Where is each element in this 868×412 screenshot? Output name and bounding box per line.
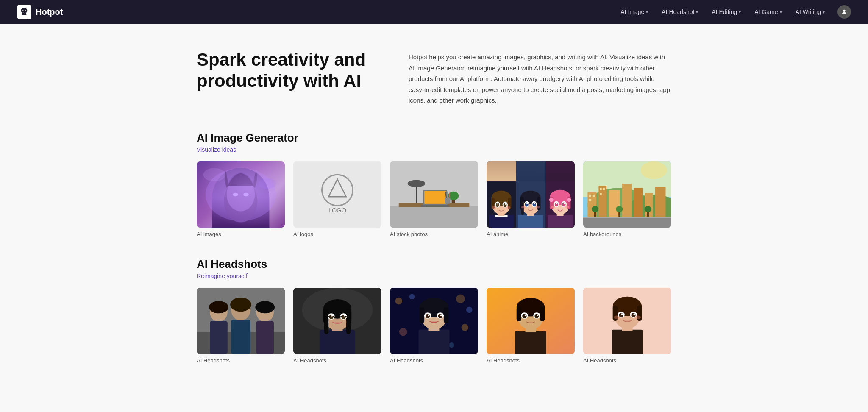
card-image-ai-anime (487, 161, 575, 228)
svg-point-128 (341, 315, 345, 319)
svg-point-1 (25, 10, 26, 11)
svg-point-38 (496, 203, 499, 207)
svg-point-74 (564, 203, 565, 204)
svg-point-102 (645, 206, 652, 212)
svg-point-68 (567, 198, 571, 202)
site-logo[interactable]: Hotpot (17, 5, 63, 19)
svg-point-137 (461, 324, 468, 331)
svg-point-7 (243, 192, 248, 196)
svg-point-132 (395, 297, 402, 304)
svg-point-0 (22, 10, 24, 11)
svg-point-178 (635, 315, 641, 319)
svg-point-136 (399, 328, 407, 336)
svg-point-173 (619, 313, 623, 317)
svg-point-73 (556, 203, 557, 204)
card-ai-stock[interactable]: AI stock photos (390, 161, 478, 237)
card-image-headshot-2 (293, 288, 381, 354)
svg-rect-45 (518, 215, 543, 228)
user-avatar[interactable] (837, 5, 851, 19)
section-subtitle-ai-headshots: Reimagine yourself (197, 273, 671, 279)
card-headshot-4[interactable]: AI Headshots (487, 288, 575, 364)
svg-rect-10 (293, 161, 381, 228)
svg-rect-123 (324, 321, 328, 334)
svg-point-135 (466, 306, 473, 313)
svg-point-177 (614, 315, 620, 319)
card-label-headshot-4: AI Headshots (487, 357, 575, 364)
ai-headshots-section: AI Headshots Reimagine yourself (197, 258, 671, 364)
svg-point-59 (536, 206, 540, 208)
hero-section: Spark creativity and productivity with A… (197, 49, 671, 106)
card-headshot-1[interactable]: AI Headshots (197, 288, 285, 364)
svg-point-72 (562, 202, 565, 206)
svg-rect-109 (231, 319, 250, 354)
chevron-down-icon: ▾ (739, 10, 741, 14)
svg-rect-95 (583, 217, 671, 228)
svg-point-113 (230, 297, 251, 311)
svg-point-57 (534, 203, 535, 204)
card-ai-anime[interactable]: AI anime (487, 161, 575, 237)
card-label-ai-stock: AI stock photos (390, 231, 478, 237)
svg-point-58 (521, 206, 526, 208)
svg-rect-93 (603, 188, 605, 190)
svg-rect-20 (424, 191, 446, 203)
svg-point-114 (255, 301, 275, 313)
site-name: Hotpot (36, 7, 63, 17)
svg-point-43 (506, 206, 511, 209)
nav-ai-game[interactable]: AI Game ▾ (748, 5, 787, 19)
card-image-headshot-4 (487, 288, 575, 354)
svg-rect-139 (419, 329, 450, 354)
card-ai-images[interactable]: AI images (197, 161, 285, 237)
svg-point-71 (554, 202, 558, 206)
svg-point-8 (203, 168, 225, 181)
svg-point-55 (533, 202, 536, 206)
svg-point-3 (206, 168, 276, 221)
svg-rect-21 (421, 205, 450, 206)
svg-rect-24 (445, 198, 450, 204)
svg-text:LOGO: LOGO (328, 206, 346, 213)
main-content: Spark creativity and productivity with A… (180, 24, 688, 401)
svg-rect-143 (420, 307, 424, 323)
chevron-down-icon: ▾ (696, 10, 698, 14)
ai-image-card-grid: AI images LOGO AI logos (197, 161, 671, 237)
svg-rect-124 (346, 321, 351, 334)
svg-rect-91 (589, 199, 591, 201)
svg-point-174 (631, 313, 635, 317)
svg-point-133 (409, 294, 415, 299)
card-label-ai-logos: AI logos (293, 231, 381, 237)
hero-description: Hotpot helps you create amazing images, … (409, 49, 671, 106)
card-ai-backgrounds[interactable]: AI backgrounds (583, 161, 671, 237)
card-image-ai-images (197, 161, 285, 228)
card-label-ai-anime: AI anime (487, 231, 575, 237)
svg-point-148 (438, 314, 442, 318)
card-ai-logos[interactable]: LOGO AI logos (293, 161, 381, 237)
svg-point-163 (537, 314, 539, 316)
svg-point-161 (534, 314, 539, 318)
nav-ai-image[interactable]: AI Image ▾ (615, 5, 654, 19)
card-headshot-2[interactable]: AI Headshots (293, 288, 381, 364)
section-title-ai-image: AI Image Generator (197, 131, 671, 145)
svg-point-134 (456, 294, 465, 303)
ai-headshots-card-grid: AI Headshots (197, 288, 671, 364)
svg-point-6 (233, 192, 238, 196)
nav-ai-editing[interactable]: AI Editing ▾ (706, 5, 747, 19)
section-title-ai-headshots: AI Headshots (197, 258, 671, 271)
svg-point-98 (592, 206, 599, 212)
svg-rect-152 (515, 331, 546, 354)
svg-rect-111 (256, 321, 274, 354)
nav-ai-writing[interactable]: AI Writing ▾ (790, 5, 831, 19)
card-headshot-3[interactable]: AI Headshots (390, 288, 478, 364)
svg-point-56 (527, 203, 528, 204)
svg-point-76 (565, 206, 569, 208)
svg-rect-156 (517, 306, 521, 321)
card-image-headshot-3 (390, 288, 478, 354)
svg-rect-90 (593, 195, 595, 197)
nav-ai-headshot[interactable]: AI Headshot ▾ (656, 5, 704, 19)
chevron-down-icon: ▾ (823, 10, 825, 14)
card-label-headshot-5: AI Headshots (583, 357, 671, 364)
svg-point-176 (634, 313, 635, 315)
navbar: Hotpot AI Image ▾ AI Headshot ▾ AI Editi… (0, 0, 868, 24)
card-image-headshot-5 (583, 288, 671, 354)
chevron-down-icon: ▾ (646, 10, 648, 14)
card-headshot-5[interactable]: AI Headshots (583, 288, 671, 364)
card-image-ai-backgrounds (583, 161, 671, 228)
